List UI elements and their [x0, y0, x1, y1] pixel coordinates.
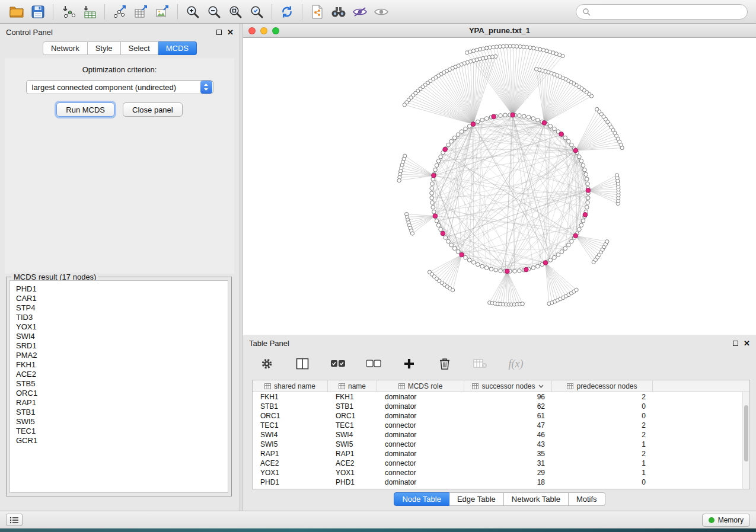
mcds-result-node[interactable]: SWI5 — [16, 417, 228, 427]
close-panel-icon[interactable]: ✕ — [744, 341, 750, 347]
table-panel-title: Table Panel — [249, 339, 289, 348]
toolbar-separator — [272, 4, 272, 20]
mcds-result-node[interactable]: STB1 — [16, 408, 228, 417]
minimize-window-traffic-light[interactable] — [260, 27, 267, 34]
tab-select[interactable]: Select — [121, 41, 158, 55]
network-window-titlebar[interactable]: YPA_prune.txt_1 — [243, 24, 756, 38]
updown-chevrons-icon — [203, 83, 209, 91]
column-header-MCDS-role[interactable]: MCDS role — [377, 380, 464, 392]
table-cell: ACE2 — [253, 459, 328, 467]
dropdown-stepper[interactable] — [200, 81, 212, 94]
tab-network-table[interactable]: Network Table — [504, 492, 569, 506]
mcds-result-node[interactable]: TID3 — [16, 313, 228, 322]
apply-function-button[interactable]: f(x) — [505, 354, 527, 373]
memory-button[interactable]: Memory — [702, 514, 750, 527]
node-table-row[interactable]: STB1STB1dominator620 — [253, 402, 742, 411]
zoom-in-button[interactable] — [182, 2, 203, 21]
mcds-result-node[interactable]: YOX1 — [16, 322, 228, 332]
mcds-result-node[interactable]: RAP1 — [16, 398, 228, 408]
table-settings-button[interactable] — [256, 354, 277, 373]
import-network-button[interactable] — [58, 2, 79, 21]
mcds-result-node[interactable]: STB5 — [16, 379, 228, 389]
table-cell: RAP1 — [328, 450, 377, 458]
save-session-button[interactable] — [27, 2, 49, 21]
node-table-row[interactable]: ACE2ACE2connector311 — [253, 459, 742, 468]
mcds-result-node[interactable]: PMA2 — [16, 351, 228, 360]
node-table-row[interactable]: YOX1YOX1connector291 — [253, 468, 742, 477]
export-table-button[interactable] — [130, 2, 152, 21]
open-session-button[interactable] — [6, 2, 27, 21]
mcds-result-node[interactable]: ORC1 — [16, 389, 228, 398]
zoom-fit-button[interactable] — [225, 2, 246, 21]
run-mcds-button[interactable]: Run MCDS — [56, 102, 114, 117]
optimization-criterion-label: Optimization criterion: — [5, 65, 234, 74]
delete-table-button[interactable] — [470, 354, 491, 373]
zoom-out-button[interactable] — [203, 2, 225, 21]
mcds-result-node[interactable]: GCR1 — [16, 436, 228, 446]
network-canvas[interactable] — [243, 38, 756, 335]
tab-mcds[interactable]: MCDS — [158, 41, 197, 55]
close-panel-icon[interactable]: ✕ — [227, 30, 234, 36]
status-menu-button[interactable] — [6, 514, 23, 526]
mcds-result-list[interactable]: PHD1CAR1STP4TID3YOX1SWI4SRD1PMA2FKH1ACE2… — [9, 280, 228, 493]
open-in-browser-button[interactable] — [307, 2, 328, 21]
mcds-result-node[interactable]: ACE2 — [16, 370, 228, 379]
list-menu-icon — [9, 517, 19, 524]
add-column-button[interactable] — [398, 354, 420, 373]
column-header-shared-name[interactable]: shared name — [253, 380, 328, 392]
float-panel-icon[interactable] — [216, 30, 222, 35]
memory-label: Memory — [718, 516, 744, 524]
column-header-name[interactable]: name — [328, 380, 377, 392]
network-graph[interactable] — [243, 38, 756, 335]
tab-motifs[interactable]: Motifs — [569, 492, 605, 506]
main-toolbar — [0, 0, 756, 24]
delete-table-icon — [473, 358, 487, 370]
hide-selected-button[interactable] — [349, 2, 371, 21]
deselect-all-rows-button[interactable] — [363, 354, 384, 373]
search-box[interactable] — [576, 4, 748, 20]
select-all-rows-button[interactable] — [327, 354, 349, 373]
optimization-criterion-dropdown[interactable]: largest connected component (undirected) — [26, 80, 213, 94]
float-panel-icon[interactable] — [733, 341, 738, 346]
table-vertical-scrollbar[interactable] — [742, 392, 749, 489]
show-all-hidden-button[interactable] — [371, 2, 392, 21]
zoom-selected-button[interactable] — [246, 2, 267, 21]
import-table-button[interactable] — [79, 2, 100, 21]
node-table-row[interactable]: ORC1ORC1dominator610 — [253, 411, 742, 421]
node-table-body: FKH1FKH1dominator962STB1STB1dominator620… — [253, 392, 742, 489]
node-table-row[interactable]: RAP1RAP1dominator352 — [253, 449, 742, 459]
search-input[interactable] — [594, 7, 741, 16]
tab-network[interactable]: Network — [43, 41, 88, 55]
first-neighbors-button[interactable] — [328, 2, 349, 21]
mcds-result-node[interactable]: SRD1 — [16, 341, 228, 351]
column-header-predecessor-nodes[interactable]: predecessor nodes — [552, 380, 653, 392]
table-cell: 1 — [552, 469, 653, 477]
close-window-traffic-light[interactable] — [248, 27, 256, 34]
mcds-result-node[interactable]: CAR1 — [16, 294, 228, 303]
node-table-row[interactable]: FKH1FKH1dominator962 — [253, 392, 742, 402]
delete-column-button[interactable] — [434, 354, 455, 373]
node-table-row[interactable]: SWI4SWI4dominator462 — [253, 430, 742, 440]
show-columns-button[interactable] — [292, 354, 313, 373]
mcds-result-node[interactable]: SWI4 — [16, 332, 228, 341]
export-network-button[interactable] — [109, 2, 130, 21]
mcds-result-node[interactable]: FKH1 — [16, 360, 228, 370]
table-cell: 47 — [464, 421, 552, 430]
refresh-view-button[interactable] — [276, 2, 298, 21]
node-table-row[interactable]: PHD1PHD1dominator180 — [253, 477, 742, 487]
maximize-window-traffic-light[interactable] — [272, 27, 279, 34]
save-floppy-icon — [31, 5, 44, 18]
scrollbar-thumb[interactable] — [744, 405, 748, 462]
node-table-row[interactable]: TEC1TEC1connector472 — [253, 421, 742, 430]
column-header-successor-nodes[interactable]: successor nodes — [464, 380, 552, 392]
mcds-result-node[interactable]: STP4 — [16, 303, 228, 313]
tab-node-table[interactable]: Node Table — [394, 492, 449, 506]
tab-edge-table[interactable]: Edge Table — [449, 492, 504, 506]
table-cell: SWI5 — [253, 440, 328, 448]
close-panel-button[interactable]: Close panel — [123, 102, 183, 117]
node-table-row[interactable]: SWI5SWI5connector431 — [253, 440, 742, 449]
export-image-button[interactable] — [152, 2, 173, 21]
tab-style[interactable]: Style — [88, 41, 121, 55]
mcds-result-node[interactable]: PHD1 — [16, 284, 228, 294]
mcds-result-node[interactable]: TEC1 — [16, 427, 228, 436]
